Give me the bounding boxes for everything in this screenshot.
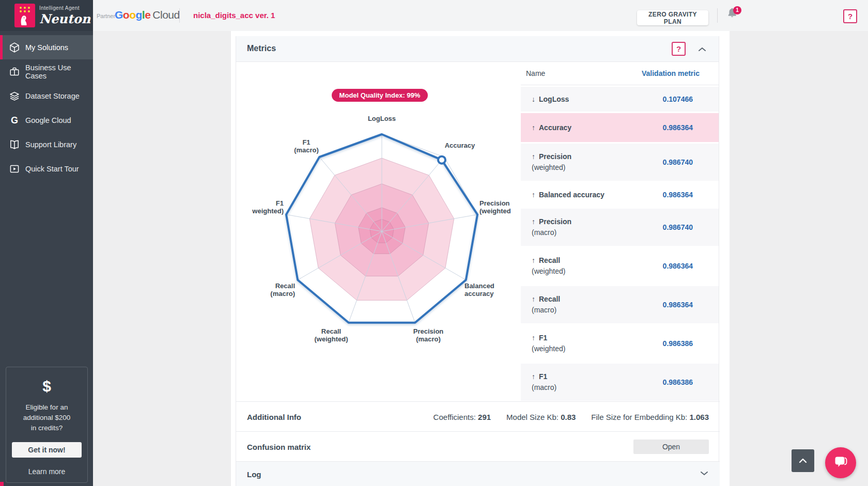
svg-text:Balancedaccuracy: Balancedaccuracy: [464, 282, 494, 297]
learn-more-link[interactable]: Learn more: [6, 467, 87, 476]
svg-text:F1weighted): F1weighted): [252, 199, 284, 215]
metric-name: ↑Balanced accuracy: [532, 190, 663, 200]
table-row[interactable]: ↑F1(weighted)0.986386: [521, 325, 719, 362]
bell-icon: [726, 13, 738, 22]
credits-promo-card: $ Eligible for anadditional $200in credi…: [6, 367, 88, 483]
arrow-up-icon: ↑: [532, 256, 535, 264]
promo-text: Eligible for anadditional $200in credits…: [6, 402, 87, 433]
arrow-up-icon: ↑: [532, 295, 535, 303]
solution-title: nicla_digits_acc ver. 1: [193, 11, 275, 20]
chat-bubble-icon: [832, 465, 849, 473]
metric-name: ↑Recall(weighted): [532, 255, 663, 277]
notification-badge: 1: [733, 6, 741, 14]
sidebar-item-dataset-storage[interactable]: Dataset Storage: [0, 84, 93, 108]
arrow-up-icon: ↑: [532, 152, 535, 161]
metrics-table: Name Validation metric ↓LogLoss0.107466↑…: [521, 62, 719, 401]
svg-text:Recall(macro): Recall(macro): [270, 282, 295, 297]
neuton-logo[interactable]: Intelligent Agent Neuton: [0, 0, 93, 31]
metric-value: 0.986364: [663, 191, 693, 199]
sidebar-item-label: Quick Start Tour: [25, 165, 79, 173]
table-row[interactable]: ↓LogLoss0.107466: [521, 87, 719, 112]
metric-name: ↑Precision(weighted): [532, 151, 663, 173]
confusion-matrix-title: Confusion matrix: [247, 442, 311, 451]
metrics-table-rows: ↓LogLoss0.107466↑Accuracy0.986364↑Precis…: [521, 87, 719, 402]
metric-value: 0.986364: [663, 123, 693, 132]
sidebar-item-quick-start-tour[interactable]: Quick Start Tour: [0, 156, 93, 181]
layers-icon: [9, 90, 20, 102]
sidebar-item-label: Dataset Storage: [25, 92, 80, 100]
svg-text:LogLoss: LogLoss: [368, 115, 396, 122]
open-confusion-matrix-button[interactable]: Open: [633, 440, 709, 454]
plan-button[interactable]: ZERO GRAVITY PLAN: [637, 10, 708, 25]
table-header: Name Validation metric: [521, 62, 719, 85]
arrow-up-icon: ↑: [532, 123, 535, 132]
metric-name: ↑F1(weighted): [532, 333, 663, 354]
google-logo: Google: [115, 9, 150, 21]
stat-item: Model Size Kb: 0.83: [506, 412, 576, 421]
svg-text:Accuracy: Accuracy: [445, 142, 475, 149]
metric-value: 0.107466: [663, 95, 693, 103]
sidebar-item-business-use-cases[interactable]: Business Use Cases: [0, 59, 93, 84]
topbar-divider-2: [717, 8, 718, 23]
metrics-collapse-button[interactable]: [695, 43, 707, 55]
help-button-top[interactable]: ?: [843, 9, 857, 23]
metric-name: ↑Precision(macro): [532, 216, 663, 238]
cloud-label: Cloud: [152, 9, 179, 21]
metric-name: ↑Accuracy: [532, 122, 663, 133]
table-row[interactable]: ↑Precision(weighted)0.986740: [521, 144, 719, 181]
validation-metric-column-header[interactable]: Validation metric: [642, 69, 700, 77]
log-expand-button[interactable]: [697, 469, 711, 478]
google-cloud-logo: GoogleCloud: [115, 9, 180, 21]
neuton-app: Partner GoogleCloud nicla_digits_acc ver…: [0, 0, 868, 486]
table-row[interactable]: ↑Balanced accuracy0.986364: [521, 182, 719, 207]
metrics-card: Metrics ? Model Quality Index: 99% LogLo…: [236, 36, 719, 486]
chevron-down-icon: [700, 469, 708, 477]
notifications-button[interactable]: 1: [726, 7, 740, 23]
sidebar-item-label: Google Cloud: [25, 116, 71, 124]
additional-info-stats: Coefficients: 291Model Size Kb: 0.83File…: [433, 412, 709, 421]
chat-button[interactable]: [825, 447, 856, 478]
briefcase-icon: [9, 66, 20, 77]
table-row[interactable]: ↑Recall(macro)0.986364: [521, 286, 719, 323]
sidebar: My SolutionsBusiness Use CasesDataset St…: [0, 31, 93, 486]
get-it-now-button[interactable]: Get it now!: [12, 442, 82, 458]
sidebar-item-google-cloud[interactable]: GGoogle Cloud: [0, 108, 93, 132]
neuton-logo-text: Intelligent Agent Neuton: [39, 5, 90, 26]
metrics-body: Model Quality Index: 99% LogLossAccuracy…: [236, 62, 719, 401]
sidebar-item-label: My Solutions: [25, 43, 68, 52]
play-square-icon: [9, 163, 20, 175]
metric-name: ↓LogLoss: [532, 94, 663, 105]
metrics-header: Metrics ?: [236, 36, 719, 62]
partner-label: Partner: [97, 13, 115, 19]
dollar-icon: $: [6, 378, 87, 395]
radar-chart: LogLossAccuracyPrecision(weightedBalance…: [236, 62, 521, 401]
svg-text:G: G: [11, 115, 18, 126]
arrow-down-icon: ↓: [532, 95, 535, 103]
additional-info-section: Additional Info Coefficients: 291Model S…: [236, 401, 720, 431]
metric-name: ↑Recall(macro): [532, 294, 663, 316]
log-section[interactable]: Log: [236, 461, 720, 486]
table-row[interactable]: ↑Accuracy0.986364: [521, 113, 719, 142]
logo-brand: Neuton: [39, 11, 90, 26]
metric-name: ↑F1(macro): [532, 371, 663, 393]
table-row[interactable]: ↑Recall(weighted)0.986364: [521, 247, 719, 285]
table-row[interactable]: ↑F1(macro)0.986386: [521, 364, 719, 401]
metric-value: 0.986740: [663, 223, 693, 231]
metrics-help-button[interactable]: ?: [672, 42, 686, 56]
topbar: Partner GoogleCloud nicla_digits_acc ver…: [0, 0, 868, 31]
radar-pane: Model Quality Index: 99% LogLossAccuracy…: [236, 62, 521, 401]
sidebar-item-support-library[interactable]: Support Library: [0, 132, 93, 156]
name-column-header: Name: [526, 69, 545, 77]
arrow-up-icon: ↑: [532, 191, 535, 199]
metric-value: 0.986364: [663, 262, 693, 270]
topbar-divider: [179, 8, 180, 23]
sidebar-item-my-solutions[interactable]: My Solutions: [0, 35, 93, 59]
google-g-icon: G: [9, 115, 20, 126]
svg-text:F1(macro): F1(macro): [294, 138, 319, 154]
metric-value: 0.986386: [663, 378, 693, 386]
table-row[interactable]: ↑Precision(macro)0.986740: [521, 209, 719, 246]
logo-tagline: Intelligent Agent: [39, 5, 90, 11]
svg-text:Recall(weighted): Recall(weighted): [315, 327, 348, 343]
sidebar-item-label: Support Library: [25, 140, 76, 149]
scroll-to-top-button[interactable]: [792, 449, 814, 472]
